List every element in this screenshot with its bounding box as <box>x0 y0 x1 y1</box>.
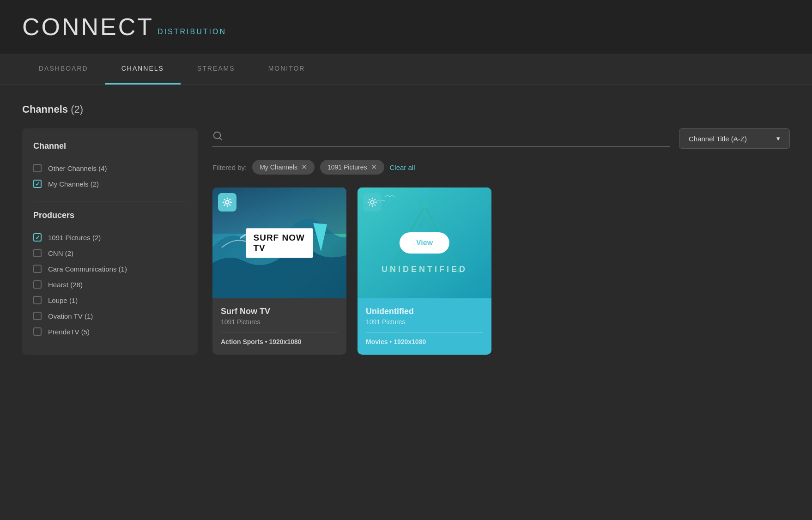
channels-grid: SURF NOW TV <box>212 187 790 355</box>
channel-card-info-surf: Surf Now TV 1091 Pictures Action Sports … <box>212 298 346 355</box>
checkbox-loupe[interactable] <box>33 296 42 304</box>
search-icon <box>212 131 223 143</box>
filtered-by-label: Filtered by: <box>212 163 247 171</box>
logo-distribution: DISTRIBUTION <box>158 28 226 36</box>
checkbox-other-channels[interactable] <box>33 164 42 172</box>
filter-hearst-label: Hearst (28) <box>48 281 83 289</box>
checkbox-ovation-tv[interactable] <box>33 312 42 320</box>
channel-meta-divider-surf <box>221 332 338 333</box>
page-title: Channels (2) <box>22 103 790 115</box>
checkbox-prende-tv[interactable] <box>33 327 42 336</box>
unidentified-text-overlay: UNIDENTIFIED <box>382 265 467 274</box>
sidebar-divider <box>33 201 187 201</box>
filter-cara-comm[interactable]: Cara Communications (1) <box>33 261 187 277</box>
pill-1091-pictures-label: 1091 Pictures <box>327 163 367 171</box>
search-sort-row: Channel Title (A-Z) ▾ <box>212 128 790 149</box>
filter-cnn[interactable]: CNN (2) <box>33 245 187 261</box>
pill-my-channels-label: My Channels <box>260 163 297 171</box>
header: CONNECT DISTRIBUTION <box>0 0 812 54</box>
channel-meta-divider-unidentified <box>366 332 483 333</box>
right-panel: Channel Title (A-Z) ▾ Filtered by: My Ch… <box>212 128 790 355</box>
channel-card-image-unidentified: UNIDENTIFIED View <box>358 187 491 298</box>
nav-tabs: DASHBOARD CHANNELS STREAMS MONITOR <box>0 54 812 85</box>
checkbox-my-channels[interactable] <box>33 180 42 188</box>
filter-cara-comm-label: Cara Communications (1) <box>48 265 127 273</box>
channel-card-info-unidentified: Unidentified 1091 Pictures Movies • 1920… <box>358 298 491 355</box>
tab-channels[interactable]: CHANNELS <box>105 54 181 85</box>
main-content: Channels (2) Channel Other Channels (4) … <box>0 85 812 373</box>
sort-label: Channel Title (A-Z) <box>689 135 747 143</box>
filter-1091-pictures[interactable]: 1091 Pictures (2) <box>33 230 187 245</box>
svg-point-8 <box>422 204 427 208</box>
channel-card-surf-now-tv[interactable]: SURF NOW TV <box>212 187 346 355</box>
pill-1091-pictures[interactable]: 1091 Pictures ✕ <box>320 160 384 175</box>
sort-dropdown[interactable]: Channel Title (A-Z) ▾ <box>679 128 790 149</box>
filter-my-channels[interactable]: My Channels (2) <box>33 176 187 192</box>
filter-1091-pictures-label: 1091 Pictures (2) <box>48 234 101 242</box>
tab-monitor[interactable]: MONITOR <box>252 54 322 85</box>
filter-prende-tv[interactable]: PrendeTV (5) <box>33 324 187 339</box>
channel-producer-unidentified: 1091 Pictures <box>366 318 483 326</box>
chevron-down-icon: ▾ <box>776 134 780 143</box>
producers-filter-title: Producers <box>33 211 187 220</box>
filter-hearst[interactable]: Hearst (28) <box>33 277 187 292</box>
sidebar: Channel Other Channels (4) My Channels (… <box>22 128 198 355</box>
pill-1091-pictures-remove[interactable]: ✕ <box>371 163 377 171</box>
filter-loupe-label: Loupe (1) <box>48 296 78 304</box>
pill-my-channels-remove[interactable]: ✕ <box>301 163 307 171</box>
channel-connect-badge <box>218 193 236 212</box>
channel-name-surf: Surf Now TV <box>221 307 338 316</box>
checkbox-1091-pictures[interactable] <box>33 233 42 242</box>
checkbox-hearst[interactable] <box>33 280 42 289</box>
filter-prende-tv-label: PrendeTV (5) <box>48 328 90 336</box>
filter-pills-row: Filtered by: My Channels ✕ 1091 Pictures… <box>212 160 790 175</box>
search-input[interactable] <box>228 133 670 141</box>
tab-dashboard[interactable]: DASHBOARD <box>22 54 105 85</box>
filter-ovation-tv[interactable]: Ovation TV (1) <box>33 308 187 324</box>
channel-specs-surf: Action Sports • 1920x1080 <box>221 338 338 345</box>
pill-my-channels[interactable]: My Channels ✕ <box>252 160 315 175</box>
channel-producer-surf: 1091 Pictures <box>221 318 338 326</box>
svg-line-1 <box>219 138 221 139</box>
checkbox-cara-comm[interactable] <box>33 265 42 273</box>
channel-card-image-surf: SURF NOW TV <box>212 187 346 298</box>
filter-other-channels[interactable]: Other Channels (4) <box>33 160 187 176</box>
checkbox-cnn[interactable] <box>33 249 42 257</box>
content-layout: Channel Other Channels (4) My Channels (… <box>22 128 790 355</box>
channel-filter-title: Channel <box>33 141 187 151</box>
logo-connect: CONNECT <box>22 13 154 41</box>
channel-connect-badge-unidentified <box>363 193 382 212</box>
filter-loupe[interactable]: Loupe (1) <box>33 292 187 308</box>
view-button-unidentified[interactable]: View <box>400 232 449 254</box>
tab-streams[interactable]: STREAMS <box>181 54 252 85</box>
svg-point-11 <box>370 200 374 204</box>
svg-point-4 <box>225 200 229 204</box>
filter-my-channels-label: My Channels (2) <box>48 180 99 188</box>
clear-all-button[interactable]: Clear all <box>390 163 415 171</box>
filter-ovation-tv-label: Ovation TV (1) <box>48 312 93 320</box>
channel-specs-unidentified: Movies • 1920x1080 <box>366 338 483 345</box>
channel-card-unidentified[interactable]: UNIDENTIFIED View Uni <box>358 187 491 355</box>
search-container <box>212 131 670 147</box>
filter-cnn-label: CNN (2) <box>48 249 73 257</box>
filter-other-channels-label: Other Channels (4) <box>48 164 107 172</box>
surf-now-tv-logo-text: SURF NOW TV <box>254 233 306 253</box>
channel-name-unidentified: Unidentified <box>366 307 483 316</box>
